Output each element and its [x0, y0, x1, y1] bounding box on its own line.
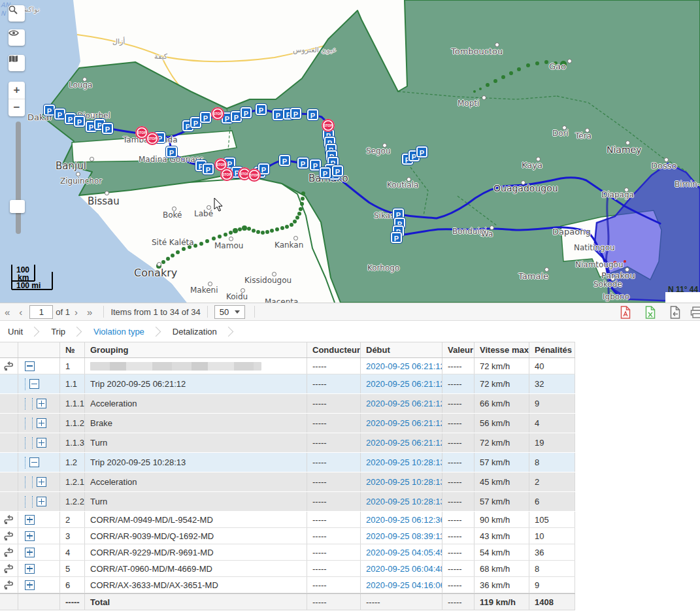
zoom-slider-track[interactable]	[16, 122, 21, 234]
breadcrumb-item-trip[interactable]: Trip	[43, 327, 67, 337]
prev-page-button[interactable]: ‹	[14, 306, 27, 318]
parking-marker[interactable]: P	[44, 105, 55, 116]
expand-toggle[interactable]	[25, 531, 35, 541]
table-row[interactable]: 3 CORR/AR-9039-MD/Q-1692-MD ----- 2020-0…	[0, 528, 575, 544]
breadcrumb-item-detalization[interactable]: Detalization	[165, 327, 218, 337]
table-row[interactable]: 1.1 Trip 2020-09-25 06:21:12 ----- 2020-…	[0, 374, 575, 394]
last-page-button[interactable]: »	[82, 306, 97, 318]
map-canvas[interactable]: ANNنواكشوطأزالكيفةعيون العتروسLougaDiour…	[0, 0, 700, 303]
stop-marker[interactable]: STOP	[322, 119, 335, 132]
table-row[interactable]: 1.2 Trip 2020-09-25 10:28:13 ----- 2020-…	[0, 453, 575, 472]
parking-marker[interactable]: P	[102, 123, 113, 134]
expand-toggle[interactable]	[37, 477, 46, 487]
breadcrumb-item-unit[interactable]: Unit	[0, 327, 24, 337]
parking-marker[interactable]: P	[273, 109, 284, 120]
debut-link[interactable]: 2020-09-25 10:28:13	[366, 477, 442, 487]
header-valeur[interactable]: Valeur	[442, 342, 475, 357]
pdf-export-button[interactable]	[620, 306, 631, 319]
parking-marker[interactable]: P	[332, 165, 343, 176]
parking-marker[interactable]: P	[166, 146, 177, 157]
page-number-input[interactable]	[29, 305, 53, 319]
expand-toggle[interactable]	[25, 548, 35, 557]
map-search-button[interactable]	[8, 5, 25, 22]
table-row[interactable]: ----- Total ----- ----- ----- 119 km/h 1…	[0, 593, 575, 610]
header-penalites[interactable]: Pénalités	[529, 342, 575, 357]
page-size-select[interactable]: 50	[214, 305, 245, 319]
debut-link[interactable]: 2020-09-25 06:12:36	[366, 515, 442, 525]
table-row[interactable]: 6 CORR/AX-3633-MD/AX-3651-MD ----- 2020-…	[0, 577, 575, 593]
zoom-in-button[interactable]: +	[8, 82, 25, 99]
next-page-button[interactable]: ›	[70, 306, 82, 318]
track-cell	[0, 528, 18, 544]
parking-marker[interactable]: P	[307, 109, 318, 120]
debut-link[interactable]: 2020-09-25 04:16:06	[366, 580, 442, 590]
track-icon[interactable]	[4, 531, 14, 542]
header-no[interactable]: №	[60, 342, 85, 357]
track-icon[interactable]	[4, 563, 14, 574]
track-icon[interactable]	[4, 547, 14, 558]
first-page-button[interactable]: «	[0, 306, 14, 318]
collapse-toggle[interactable]	[29, 457, 39, 467]
stop-marker[interactable]: STOP	[146, 132, 159, 145]
import-file-button[interactable]	[669, 306, 681, 319]
no-cell: 3	[60, 528, 85, 544]
debut-link[interactable]: 2020-09-25 06:21:12	[366, 418, 442, 428]
zoom-slider-thumb[interactable]	[10, 200, 25, 213]
parking-marker[interactable]: P	[416, 146, 427, 157]
debut-link[interactable]: 2020-09-25 06:21:12	[366, 361, 442, 371]
expand-toggle[interactable]	[37, 399, 46, 408]
parking-marker[interactable]: P	[54, 108, 65, 120]
header-debut[interactable]: Début	[361, 342, 442, 357]
table-row[interactable]: 2 CORR/AM-0949-MD/L-9542-MD ----- 2020-0…	[0, 512, 575, 528]
debut-link[interactable]: 2020-09-25 10:28:13	[366, 497, 442, 506]
parking-marker[interactable]: P	[297, 157, 308, 169]
debut-link[interactable]: 2020-09-25 06:21:12	[366, 399, 442, 408]
stop-marker[interactable]: STOP	[211, 107, 224, 120]
map-layers-button[interactable]	[8, 55, 25, 71]
breadcrumb-item-violation-type[interactable]: Violation type	[86, 327, 146, 337]
expand-toggle[interactable]	[25, 515, 35, 525]
stop-marker[interactable]: STOP	[248, 169, 261, 182]
zoom-out-button[interactable]: −	[8, 99, 25, 116]
debut-link[interactable]: 2020-09-25 06:21:12	[366, 438, 442, 448]
parking-marker[interactable]: P	[290, 108, 301, 119]
collapse-toggle[interactable]	[25, 361, 35, 371]
excel-export-button[interactable]	[644, 306, 656, 319]
expand-toggle[interactable]	[37, 497, 46, 506]
header-vitesse-maxi[interactable]: Vitesse maxi	[475, 342, 529, 357]
parking-marker[interactable]: P	[203, 163, 214, 174]
table-row[interactable]: 5 CORR/AT-0960-MD/M-4669-MD ----- 2020-0…	[0, 561, 575, 577]
track-icon[interactable]	[4, 514, 14, 525]
parking-marker[interactable]: P	[200, 112, 211, 123]
debut-link[interactable]: 2020-09-25 04:05:45	[366, 548, 442, 557]
header-conducteur[interactable]: Conducteur	[307, 342, 361, 357]
debut-link[interactable]: 2020-09-25 06:21:12	[366, 379, 442, 389]
header-grouping[interactable]: Grouping	[85, 342, 307, 357]
table-row[interactable]: 1.1.2 Brake ----- 2020-09-25 06:21:12 --…	[0, 414, 575, 433]
table-row[interactable]: 4 CORR/AR-9229-MD/R-9691-MD ----- 2020-0…	[0, 544, 575, 561]
print-button[interactable]	[690, 306, 700, 319]
map-visibility-button[interactable]	[8, 29, 25, 46]
debut-link[interactable]: 2020-09-25 10:28:13	[366, 457, 442, 467]
debut-link[interactable]: 2020-09-25 08:39:11	[366, 531, 442, 541]
table-row[interactable]: 1.1.3 Turn ----- 2020-09-25 06:21:12 ---…	[0, 433, 575, 453]
stop-marker[interactable]: STOP	[220, 168, 233, 181]
table-row[interactable]: 1.1.1 Acceleration ----- 2020-09-25 06:2…	[0, 394, 575, 414]
track-icon[interactable]	[4, 580, 14, 591]
expand-toggle[interactable]	[25, 580, 35, 590]
parking-marker[interactable]: P	[391, 232, 402, 243]
expand-toggle[interactable]	[25, 564, 35, 574]
collapse-toggle[interactable]	[29, 379, 39, 389]
table-row[interactable]: 1.2.2 Turn ----- 2020-09-25 10:28:13 ---…	[0, 492, 575, 512]
table-row[interactable]: 1 ----- 2020-09-25 06:21:12 ----- 72 km/…	[0, 358, 575, 374]
expand-toggle[interactable]	[37, 418, 46, 428]
table-row[interactable]: 1.2.1 Acceleration ----- 2020-09-25 10:2…	[0, 472, 575, 492]
expand-toggle[interactable]	[37, 438, 46, 448]
track-icon[interactable]	[4, 361, 14, 372]
parking-marker[interactable]: P	[241, 107, 252, 118]
parking-marker[interactable]: P	[279, 155, 290, 166]
debut-link[interactable]: 2020-09-25 06:04:48	[366, 564, 442, 574]
parking-marker[interactable]: P	[256, 104, 267, 115]
parking-marker[interactable]: P	[320, 167, 331, 178]
parking-marker[interactable]: P	[74, 116, 85, 127]
